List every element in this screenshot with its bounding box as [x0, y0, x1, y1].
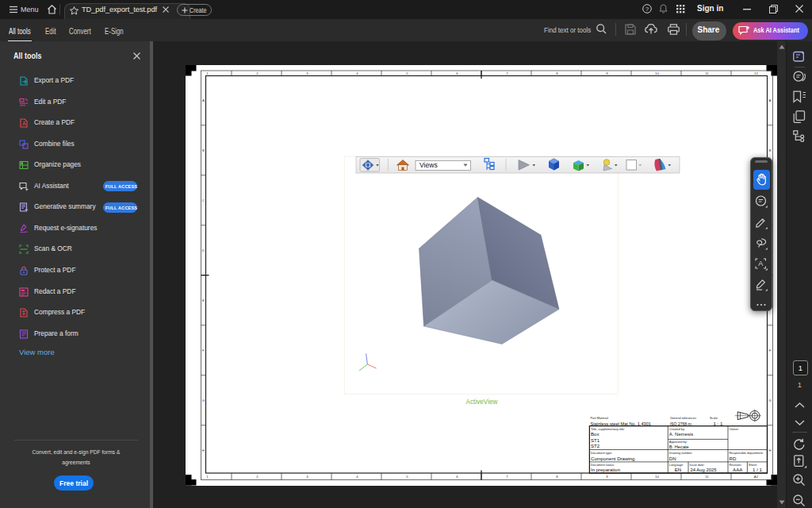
svg-text:Sheet:: Sheet: [749, 463, 757, 467]
svg-text:12: 12 [754, 71, 758, 75]
svg-text:6: 6 [456, 475, 458, 479]
svg-text:5: 5 [406, 475, 408, 479]
svg-text:A: A [769, 98, 772, 102]
svg-text:AAA: AAA [733, 467, 743, 472]
svg-text:ISO 2768-m: ISO 2768-m [670, 421, 691, 426]
svg-text:A: A [202, 98, 205, 102]
svg-text:Drawing number:: Drawing number: [669, 451, 693, 455]
svg-text:6: 6 [456, 71, 458, 75]
svg-text:H: H [768, 448, 771, 452]
svg-text:4: 4 [356, 475, 358, 479]
svg-text:Created by:: Created by: [669, 427, 685, 431]
svg-text:Component Drawing: Component Drawing [591, 456, 635, 461]
svg-text:?: ? [645, 6, 649, 13]
svg-text:General tolerances:: General tolerances: [670, 416, 697, 420]
svg-text:5: 5 [406, 71, 408, 75]
svg-text:Title, supplementary title:: Title, supplementary title: [591, 427, 625, 431]
svg-text:11: 11 [705, 475, 709, 479]
svg-text:B. Hecate: B. Hecate [669, 444, 690, 449]
svg-text:DN: DN [669, 456, 676, 461]
svg-text:A. Nemesis: A. Nemesis [669, 431, 694, 437]
svg-text:1 / 1: 1 / 1 [753, 467, 762, 472]
svg-text:4: 4 [356, 71, 358, 75]
svg-text:Responsible department:: Responsible department: [730, 451, 764, 455]
svg-text:EN: EN [675, 467, 681, 472]
svg-text:H: H [202, 448, 205, 452]
svg-text:Box: Box [591, 431, 599, 437]
svg-text:E: E [202, 298, 205, 302]
svg-text:9: 9 [606, 475, 608, 479]
svg-text:Language:: Language: [669, 463, 684, 467]
svg-text:10: 10 [655, 475, 659, 479]
svg-text:Document type:: Document type: [591, 451, 612, 455]
svg-text:2: 2 [256, 71, 259, 75]
svg-text:RD: RD [730, 456, 737, 461]
svg-text:Revision:: Revision: [730, 463, 742, 467]
svg-text:24 Aug 2025: 24 Aug 2025 [691, 467, 718, 472]
svg-text:In preparation: In preparation [591, 467, 620, 472]
svg-text:11: 11 [705, 71, 709, 75]
svg-text:B: B [202, 148, 205, 152]
svg-text:A: A [758, 260, 763, 267]
svg-text:G: G [202, 398, 205, 402]
svg-text:10: 10 [655, 71, 659, 75]
svg-text:ST1: ST1 [591, 437, 600, 443]
svg-text:G: G [768, 398, 772, 402]
svg-text:8: 8 [556, 475, 558, 479]
svg-text:Views: Views [419, 161, 438, 169]
svg-text:2: 2 [256, 475, 259, 479]
svg-text:Owner:: Owner: [730, 427, 740, 431]
svg-text:A: A [22, 121, 26, 126]
svg-text:D: D [202, 248, 205, 252]
svg-text:7: 7 [506, 71, 508, 75]
svg-text:Scale:: Scale: [710, 416, 718, 420]
svg-text:Document status:: Document status: [591, 463, 615, 467]
svg-text:Part Material:: Part Material: [591, 416, 609, 420]
svg-text:1: 1 [206, 71, 209, 75]
svg-text:A2: A2 [754, 475, 759, 479]
svg-text:3: 3 [306, 475, 308, 479]
svg-text:B: B [769, 148, 772, 152]
svg-text:F: F [202, 348, 205, 352]
svg-text:Stainless steel Mat.No. 1.4301: Stainless steel Mat.No. 1.4301 [591, 421, 652, 426]
svg-text:C: C [202, 198, 205, 202]
svg-text:7: 7 [506, 475, 508, 479]
svg-text:F: F [769, 348, 772, 352]
svg-text:1: 1 [206, 475, 209, 479]
svg-text:Issue date:: Issue date: [690, 463, 705, 467]
svg-text:3: 3 [306, 71, 308, 75]
svg-text:8: 8 [556, 71, 558, 75]
svg-text:9: 9 [606, 71, 608, 75]
svg-text:ActiveView: ActiveView [466, 398, 498, 406]
svg-text:ST2: ST2 [591, 443, 600, 448]
svg-text:1 : 1: 1 : 1 [714, 421, 723, 426]
